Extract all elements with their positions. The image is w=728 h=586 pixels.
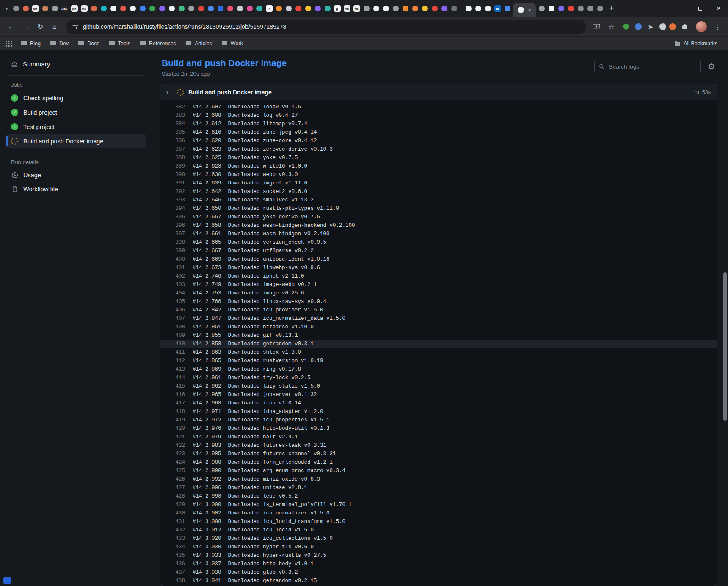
close-window-button[interactable]: × xyxy=(709,0,728,17)
log-line-409[interactable]: 409#14 2.855Downloaded gif v0.13.1 xyxy=(160,331,717,340)
log-line-426[interactable]: 426#14 2.992Downloaded miniz_oxide v0.8.… xyxy=(160,475,717,484)
log-line-428[interactable]: 428#14 2.998Downloaded lebe v0.5.2 xyxy=(160,492,717,501)
log-line-427[interactable]: 427#14 2.996Downloaded unicase v2.8.1 xyxy=(160,484,717,492)
log-line-386[interactable]: 386#14 2.620Downloaded zune-core v0.4.12 xyxy=(160,137,717,145)
url-bar[interactable]: github.com/marshallku/rustyfiles/actions… xyxy=(66,20,586,34)
log-line-407[interactable]: 407#14 2.847Downloaded icu_normalizer_da… xyxy=(160,314,717,323)
maximize-button[interactable] xyxy=(691,0,709,17)
pinned-tab[interactable] xyxy=(167,0,176,17)
sidebar-job-test-project[interactable]: ✓Test project xyxy=(6,120,146,134)
log-line-438[interactable]: 438#14 3.041Downloaded getrandom v0.2.15 xyxy=(160,577,717,585)
pinned-tab[interactable] xyxy=(89,0,99,17)
bookmark-folder-blog[interactable]: Blog xyxy=(16,39,45,49)
sidebar-item-summary[interactable]: Summary xyxy=(6,57,146,71)
pinned-tab[interactable]: g xyxy=(332,0,342,17)
active-tab[interactable]: × xyxy=(513,3,536,17)
pinned-tab[interactable] xyxy=(566,0,576,17)
pinned-tab[interactable] xyxy=(449,0,459,17)
pinned-tab[interactable] xyxy=(118,0,128,17)
pinned-tab[interactable] xyxy=(274,0,284,17)
log-line-392[interactable]: 392#14 2.642Downloaded socket2 v0.6.0 xyxy=(160,187,717,196)
pinned-tab[interactable]: Mk xyxy=(30,0,40,17)
pinned-tab[interactable] xyxy=(196,0,206,17)
log-line-403[interactable]: 403#14 2.749Downloaded image-webp v0.2.1 xyxy=(160,281,717,289)
scrollbar-thumb[interactable] xyxy=(723,272,727,421)
pinned-tab[interactable] xyxy=(361,0,371,17)
log-line-384[interactable]: 384#14 2.612Downloaded litemap v0.7.4 xyxy=(160,120,717,128)
pinned-tab[interactable] xyxy=(245,0,254,17)
pinned-tab[interactable] xyxy=(225,0,235,17)
log-line-399[interactable]: 399#14 2.667Downloaded utf8parse v0.2.2 xyxy=(160,247,717,255)
pinned-tab[interactable] xyxy=(128,0,138,17)
log-line-411[interactable]: 411#14 2.863Downloaded shlex v1.3.0 xyxy=(160,348,717,357)
pinned-tab[interactable] xyxy=(420,0,430,17)
pinned-tab[interactable] xyxy=(546,0,556,17)
pinned-tab[interactable] xyxy=(463,0,473,17)
pinned-tab[interactable] xyxy=(157,0,167,17)
pinned-tab[interactable] xyxy=(11,0,21,17)
send-extension-icon[interactable]: ➤ xyxy=(645,21,656,33)
log-line-408[interactable]: 408#14 2.851Downloaded httparse v1.10.0 xyxy=(160,323,717,331)
log-line-424[interactable]: 424#14 2.988Downloaded form_urlencoded v… xyxy=(160,458,717,467)
log-line-406[interactable]: 406#14 2.842Downloaded icu_provider v1.5… xyxy=(160,306,717,314)
log-line-390[interactable]: 390#14 2.630Downloaded webp v0.3.0 xyxy=(160,171,717,179)
pinned-tab[interactable] xyxy=(439,0,449,17)
log-line-419[interactable]: 419#14 2.972Downloaded icu_properties v1… xyxy=(160,416,717,424)
pinned-tab[interactable] xyxy=(21,0,30,17)
forward-button[interactable]: → xyxy=(19,19,33,34)
sidebar-job-check-spelling[interactable]: ✓Check spelling xyxy=(6,91,146,105)
bookmark-folder-articles[interactable]: Articles xyxy=(181,39,217,49)
kebab-menu-icon[interactable]: ⋮ xyxy=(712,21,724,33)
pinned-tab[interactable]: Mk xyxy=(342,0,352,17)
pinned-tab[interactable]: > xyxy=(264,0,274,17)
pinned-tab[interactable]: Mk xyxy=(352,0,361,17)
reload-button[interactable]: ↻ xyxy=(33,19,47,34)
log-line-391[interactable]: 391#14 2.639Downloaded imgref v1.11.0 xyxy=(160,179,717,187)
bookmark-folder-dev[interactable]: Dev xyxy=(45,39,73,49)
log-line-413[interactable]: 413#14 2.869Downloaded ring v0.17.8 xyxy=(160,365,717,374)
pinned-tab[interactable] xyxy=(371,0,381,17)
extension-gray-icon[interactable] xyxy=(659,23,666,30)
sidebar-workflow-file[interactable]: Workflow file xyxy=(6,182,146,196)
pinned-tab[interactable] xyxy=(235,0,245,17)
pinned-tab[interactable] xyxy=(576,0,585,17)
log-line-431[interactable]: 431#14 3.008Downloaded icu_locid_transfo… xyxy=(160,517,717,526)
extensions-puzzle-icon[interactable] xyxy=(679,21,691,33)
log-line-436[interactable]: 436#14 3.037Downloaded http-body v1.0.1 xyxy=(160,560,717,568)
log-line-433[interactable]: 433#14 3.020Downloaded icu_collections v… xyxy=(160,534,717,543)
log-line-418[interactable]: 418#14 2.971Downloaded idna_adapter v1.2… xyxy=(160,407,717,416)
install-app-icon[interactable] xyxy=(590,21,602,33)
pinned-tab[interactable] xyxy=(50,0,60,17)
pinned-tab[interactable]: Mk xyxy=(79,0,89,17)
extension-blue-icon[interactable] xyxy=(635,23,642,30)
log-settings-gear-icon[interactable]: ⚙ xyxy=(708,62,715,71)
pinned-tab[interactable] xyxy=(293,0,303,17)
pinned-tab[interactable] xyxy=(108,0,118,17)
pinned-tab[interactable] xyxy=(99,0,108,17)
log-line-410[interactable]: 410#14 2.858Downloaded getrandom v0.3.1 xyxy=(160,340,717,348)
pinned-tab[interactable] xyxy=(176,0,186,17)
log-line-398[interactable]: 398#14 2.665Downloaded version_check v0.… xyxy=(160,238,717,247)
bookmark-folder-docs[interactable]: Docs xyxy=(73,39,104,49)
log-line-393[interactable]: 393#14 2.646Downloaded smallvec v1.13.2 xyxy=(160,196,717,204)
log-line-429[interactable]: 429#14 3.000Downloaded is_terminal_polyf… xyxy=(160,501,717,509)
log-line-412[interactable]: 412#14 2.865Downloaded rustversion v1.0.… xyxy=(160,357,717,365)
log-line-420[interactable]: 420#14 2.976Downloaded http-body-util v0… xyxy=(160,424,717,433)
log-line-421[interactable]: 421#14 2.979Downloaded half v2.4.1 xyxy=(160,433,717,441)
log-line-388[interactable]: 388#14 2.625Downloaded yoke v0.7.5 xyxy=(160,154,717,162)
profile-avatar[interactable] xyxy=(696,21,707,32)
sidebar-usage[interactable]: Usage xyxy=(6,168,146,182)
pinned-tab[interactable] xyxy=(284,0,293,17)
url-text[interactable]: github.com/marshallku/rustyfiles/actions… xyxy=(83,23,286,30)
pinned-tab[interactable] xyxy=(473,0,483,17)
log-line-435[interactable]: 435#14 3.033Downloaded hyper-rustls v0.2… xyxy=(160,551,717,560)
pinned-tab[interactable] xyxy=(483,0,493,17)
search-logs-input[interactable] xyxy=(608,63,696,70)
log-line-383[interactable]: 383#14 2.608Downloaded log v0.4.27 xyxy=(160,111,717,120)
back-button[interactable]: ← xyxy=(4,19,19,34)
log-line-397[interactable]: 397#14 2.661Downloaded wasm-bindgen v0.2… xyxy=(160,230,717,238)
sidebar-job-build-project[interactable]: ✓Build project xyxy=(6,105,146,119)
log-line-387[interactable]: 387#14 2.623Downloaded zerovec-derive v0… xyxy=(160,145,717,154)
pinned-tab[interactable] xyxy=(391,0,400,17)
pinned-tab[interactable] xyxy=(410,0,420,17)
